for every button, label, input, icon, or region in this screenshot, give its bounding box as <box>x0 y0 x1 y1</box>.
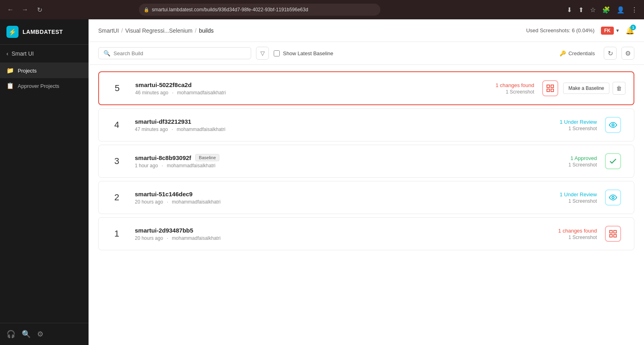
sidebar-logo: ⚡ LAMBDATEST <box>0 19 89 45</box>
build-status: 1 Under Review 1 Screenshot <box>560 119 597 131</box>
baseline-badge: Baseline <box>195 154 219 161</box>
search-footer-icon[interactable]: 🔍 <box>22 330 31 339</box>
search-input[interactable] <box>114 50 246 56</box>
build-author: mohammadfaisalkhatri <box>177 127 225 132</box>
build-status-icon <box>605 117 621 133</box>
build-row-3[interactable]: 3 smartui-8c8b93092f Baseline 1 hour ago… <box>98 145 634 178</box>
key-icon: 🔑 <box>559 50 566 56</box>
build-info: smartui-8c8b93092f Baseline 1 hour ago ·… <box>127 154 568 168</box>
build-id: smartui-2d93487bb5 <box>135 227 193 234</box>
build-time: 20 hours ago <box>135 199 163 205</box>
extension-icon[interactable]: 🧩 <box>601 4 612 15</box>
sidebar-footer: 🎧 🔍 ⚙ <box>0 323 89 345</box>
svg-rect-2 <box>547 89 549 91</box>
sidebar-back-button[interactable]: ‹ Smart UI <box>0 45 89 63</box>
download-icon[interactable]: ⬇ <box>565 4 574 15</box>
build-id: smartui-51c146dec9 <box>135 191 192 197</box>
svg-rect-8 <box>610 235 612 237</box>
bookmark-icon[interactable]: ☆ <box>588 4 597 15</box>
breadcrumb-project[interactable]: Visual Regressi...Selenium <box>125 27 192 34</box>
screenshot-count: 1 Screenshot <box>506 89 535 95</box>
approver-projects-icon: 📋 <box>6 82 14 89</box>
sidebar-item-projects[interactable]: 📁 Projects <box>0 63 89 78</box>
build-id: smartui-df32212931 <box>135 118 191 125</box>
browser-actions: ⬇ ⬆ ☆ 🧩 👤 ⋮ <box>565 4 639 15</box>
build-row-2[interactable]: 2 smartui-51c146dec9 20 hours ago · moha… <box>98 181 634 214</box>
share-icon[interactable]: ⬆ <box>577 4 585 15</box>
back-button[interactable]: ← <box>5 4 16 15</box>
build-meta: 20 hours ago · mohammadfaisalkhatri <box>135 199 560 205</box>
build-status: 1 changes found 1 Screenshot <box>558 228 597 240</box>
build-list: 5 smartui-5022f8ca2d 46 minutes ago · mo… <box>89 65 644 345</box>
svg-rect-1 <box>551 85 553 87</box>
main-layout: ⚡ LAMBDATEST ‹ Smart UI 📁 Projects 📋 App… <box>0 19 644 345</box>
build-info: smartui-df32212931 47 minutes ago · moha… <box>127 118 560 132</box>
delete-button[interactable]: 🗑 <box>613 82 625 95</box>
build-id: smartui-8c8b93092f <box>135 154 191 161</box>
status-label: 1 changes found <box>495 82 534 88</box>
build-actions: Make a Baseline 🗑 <box>563 82 625 95</box>
build-info: smartui-51c146dec9 20 hours ago · mohamm… <box>127 191 560 205</box>
profile-icon[interactable]: 👤 <box>615 4 626 15</box>
back-arrow-icon: ‹ <box>6 50 8 57</box>
credentials-button[interactable]: 🔑 Credentials <box>555 48 599 59</box>
build-status: 1 Under Review 1 Screenshot <box>560 191 597 204</box>
sidebar-item-label: Projects <box>18 68 37 74</box>
refresh-button[interactable]: ↻ <box>604 47 617 60</box>
screenshot-count: 1 Screenshot <box>568 235 597 240</box>
breadcrumb: SmartUI / Visual Regressi...Selenium / b… <box>98 27 214 34</box>
build-meta: 46 minutes ago · mohammadfaisalkhatri <box>135 90 495 96</box>
notification-container: 🔔 1 <box>625 26 634 35</box>
content-area: SmartUI / Visual Regressi...Selenium / b… <box>89 19 644 345</box>
build-row-1[interactable]: 1 smartui-2d93487bb5 20 hours ago · moha… <box>98 217 634 250</box>
build-time: 1 hour ago <box>135 163 158 168</box>
breadcrumb-sep1: / <box>121 27 123 34</box>
sidebar-item-approver-projects[interactable]: 📋 Approver Projects <box>0 78 89 94</box>
sidebar-item-label: Approver Projects <box>18 83 59 89</box>
baseline-checkbox-label[interactable]: Show Latest Baseline <box>274 50 333 56</box>
build-meta: 20 hours ago · mohammadfaisalkhatri <box>135 235 558 241</box>
user-dropdown-arrow[interactable]: ▾ <box>616 27 619 33</box>
url-text[interactable]: smartui.lambdatest.com/builds/936d34d7-9… <box>152 7 308 12</box>
reload-button[interactable]: ↻ <box>34 4 45 15</box>
svg-rect-7 <box>614 231 616 233</box>
build-status-icon <box>605 226 621 242</box>
build-row-4[interactable]: 4 smartui-df32212931 47 minutes ago · mo… <box>98 108 634 141</box>
build-row-5[interactable]: 5 smartui-5022f8ca2d 46 minutes ago · mo… <box>98 71 634 105</box>
svg-rect-9 <box>614 235 616 237</box>
breadcrumb-current: builds <box>199 27 214 34</box>
svg-point-5 <box>612 196 614 199</box>
header-right: Used Screenshots: 6 (0.04%) FK ▾ 🔔 1 <box>526 26 634 35</box>
breadcrumb-smartui[interactable]: SmartUI <box>98 27 119 34</box>
build-id: smartui-5022f8ca2d <box>135 81 192 88</box>
screenshot-count: 1 Screenshot <box>568 162 597 168</box>
menu-icon[interactable]: ⋮ <box>630 4 639 15</box>
build-info: smartui-5022f8ca2d 46 minutes ago · moha… <box>127 81 495 96</box>
build-author: mohammadfaisalkhatri <box>172 235 221 241</box>
search-container: 🔍 <box>98 47 251 59</box>
baseline-checkbox[interactable] <box>274 50 280 56</box>
support-icon[interactable]: 🎧 <box>6 330 15 339</box>
forward-button[interactable]: → <box>19 4 31 15</box>
smart-ui-label: Smart UI <box>12 50 34 57</box>
build-time: 20 hours ago <box>135 235 163 241</box>
toolbar: 🔍 ▽ Show Latest Baseline 🔑 Credentials ↻… <box>89 42 644 65</box>
screenshot-count: 1 Screenshot <box>568 126 597 131</box>
status-label: 1 Under Review <box>560 191 597 197</box>
make-baseline-button[interactable]: Make a Baseline <box>563 83 609 94</box>
baseline-label-text: Show Latest Baseline <box>283 50 333 56</box>
used-screenshots-label: Used Screenshots: 6 (0.04%) <box>526 27 594 33</box>
user-badge[interactable]: FK <box>601 27 614 35</box>
filter-button[interactable]: ▽ <box>256 47 269 60</box>
settings-footer-icon[interactable]: ⚙ <box>37 330 43 339</box>
build-number: 2 <box>107 192 127 203</box>
address-bar: 🔒 smartui.lambdatest.com/builds/936d34d7… <box>139 4 380 16</box>
build-author: mohammadfaisalkhatri <box>172 199 221 205</box>
build-info: smartui-2d93487bb5 20 hours ago · mohamm… <box>127 227 558 241</box>
svg-rect-0 <box>547 85 549 87</box>
settings-button[interactable]: ⚙ <box>621 47 634 60</box>
status-label: 1 changes found <box>558 228 597 234</box>
build-author: mohammadfaisalkhatri <box>167 163 215 168</box>
status-label: 1 Under Review <box>560 119 597 125</box>
build-number: 3 <box>107 156 127 166</box>
